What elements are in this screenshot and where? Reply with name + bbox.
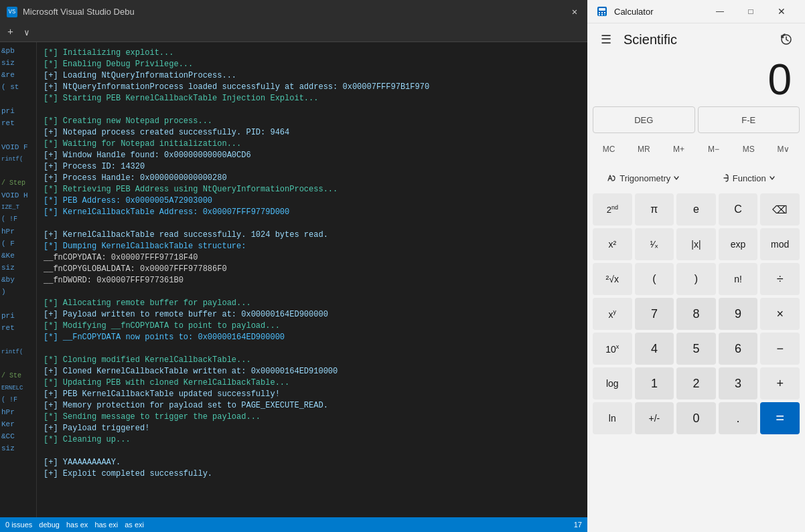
line-21: __fnDWORD: 0x00007FFF977361B0 [44,276,184,285]
line-15: [*] KernelCallbackTable Address: 0x00007… [44,207,289,217]
calc-display-value: 0 [767,58,792,101]
trig-icon [607,173,617,183]
line-4: [+] NtQueryInformationProcess loaded suc… [44,82,429,92]
btn-clear[interactable]: C [719,193,758,226]
line-24: [+] Payload written to remote buffer at:… [44,310,328,319]
calc-buttons-area: DEG F-E MC MR M+ M− MS M∨ Trigonometry [587,106,805,532]
calc-display: 0 [587,56,805,106]
status-line: 17 [574,521,582,529]
status-issues: 0 issues [5,521,32,529]
btn-x2[interactable]: x² [593,228,632,260]
line-1: [*] Initializing exploit... [44,48,173,58]
btn-abs[interactable]: |x| [676,228,716,260]
calc-row-5: 10x 4 5 6 − [593,333,800,365]
btn-2[interactable]: 2 [676,367,716,400]
line-30: [*] Updating PEB with cloned KernelCallb… [44,378,289,387]
calculator-window: Calculator — □ ✕ ☰ Scientific 0 DEG F-E … [587,0,805,532]
function-chevron-icon [769,175,776,181]
btn-9[interactable]: 9 [719,298,758,330]
deg-row: DEG F-E [593,106,800,133]
code-sidebar: &pb siz &re ( st pri ret VOID F rintf( /… [0,42,37,517]
line-35: [*] Cleaning up... [44,435,131,444]
calc-row-3: ²√x ( ) n! ÷ [593,263,800,295]
line-12: [+] Process Handle: 0x0000000000000280 [44,173,227,183]
btn-sqrt[interactable]: ²√x [593,263,632,295]
btn-subtract[interactable]: − [760,333,800,365]
btn-mod[interactable]: mod [760,228,800,260]
vs-close-button[interactable]: ✕ [569,6,581,18]
line-28: [*] Cloning modified KernelCallbackTable… [44,355,251,365]
btn-lparen[interactable]: ( [635,263,674,295]
btn-2nd[interactable]: 2nd [593,193,632,226]
btn-10x[interactable]: 10x [593,333,632,365]
svg-rect-6 [601,14,603,15]
btn-e[interactable]: e [676,193,716,226]
line-33: [*] Sending message to trigger the paylo… [44,412,261,422]
btn-recip[interactable]: ¹⁄ₓ [635,228,674,260]
btn-divide[interactable]: ÷ [760,263,800,295]
btn-4[interactable]: 4 [635,333,674,365]
svg-rect-5 [599,14,600,15]
mplus-button[interactable]: M+ [662,136,694,163]
calc-row-1: 2nd π e C ⌫ [593,193,800,226]
line-5: [*] Starting PEB KernelCallbackTable Inj… [44,94,318,103]
trig-dropdown-button[interactable]: Trigonometry [593,165,695,191]
btn-backspace[interactable]: ⌫ [760,193,800,226]
fe-button[interactable]: F-E [698,106,800,133]
calc-row-7: ln +/- 0 . = [593,402,800,434]
mr-button[interactable]: MR [628,136,660,163]
vs-statusbar: 0 issues debug has ex has exi as exi 17 [0,517,587,532]
btn-7[interactable]: 7 [635,298,674,330]
btn-log[interactable]: log [593,367,632,400]
line-18: [*] Dumping KernelCallbackTable structur… [44,242,246,251]
line-29: [+] Cloned KernelCallbackTable written a… [44,367,338,376]
trig-label: Trigonometry [619,173,670,183]
btn-pi[interactable]: π [635,193,674,226]
btn-3[interactable]: 3 [719,367,758,400]
calc-menu-button[interactable]: ☰ [595,29,617,50]
terminal-output: [*] Initializing exploit... [*] Enabling… [37,42,587,517]
line-32: [+] Memory protection for payload set to… [44,401,328,410]
btn-1[interactable]: 1 [635,367,674,400]
btn-decimal[interactable]: . [719,402,758,434]
line-19: __fnCOPYDATA: 0x00007FFF97718F40 [44,253,198,262]
status-msg1: has ex [66,521,88,529]
btn-equals[interactable]: = [760,402,800,434]
function-dropdown-button[interactable]: Function [698,165,800,191]
ms-button[interactable]: MS [733,136,765,163]
btn-factorial[interactable]: n! [719,263,758,295]
btn-negate[interactable]: +/- [635,402,674,434]
mminus-button[interactable]: M− [698,136,730,163]
status-msg2: has exi [94,521,118,529]
function-label: Function [733,173,766,183]
sidebar-code: &pb siz &re ( st pri ret VOID F rintf( /… [0,42,36,457]
mc-button[interactable]: MC [593,136,625,163]
line-20: __fnCOPYGLOBALDATA: 0x00007FFF977886F0 [44,264,227,274]
btn-rparen[interactable]: ) [676,263,716,295]
btn-6[interactable]: 6 [719,333,758,365]
btn-ln[interactable]: ln [593,402,632,434]
tab-plus[interactable]: + [3,25,17,39]
btn-multiply[interactable]: × [760,298,800,330]
line-7: [*] Creating new Notepad process... [44,116,212,126]
btn-8[interactable]: 8 [676,298,716,330]
line-14: [*] PEB Address: 0x0000005A72903000 [44,196,212,205]
tab-arrow[interactable]: ∨ [20,26,33,39]
btn-xy[interactable]: xy [593,298,632,330]
calc-close-button[interactable]: ✕ [766,0,797,23]
svg-rect-2 [599,12,600,13]
btn-0[interactable]: 0 [676,402,716,434]
btn-exp[interactable]: exp [719,228,758,260]
btn-5[interactable]: 5 [676,333,716,365]
terminal-tabbar: + ∨ [0,23,587,42]
calc-minimize-button[interactable]: — [705,0,735,23]
calc-history-button[interactable] [776,29,797,50]
line-23: [*] Allocating remote buffer for payload… [44,298,251,308]
mchevron-button[interactable]: M∨ [767,136,800,163]
line-10: [+] Window Handle found: 0x00000000000A0… [44,151,251,160]
calc-maximize-button[interactable]: □ [735,0,766,23]
deg-button[interactable]: DEG [593,106,695,133]
line-26: [*] __FnCOPYDATA now points to: 0x000001… [44,333,285,342]
calc-header: ☰ Scientific [587,23,805,56]
btn-add[interactable]: + [760,367,800,400]
